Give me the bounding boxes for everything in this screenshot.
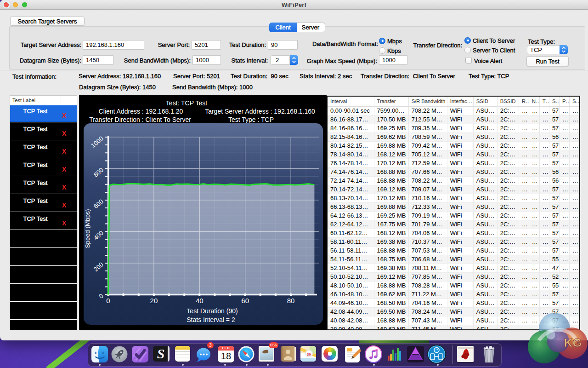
svg-text:Test Type : TCP: Test Type : TCP <box>228 116 274 123</box>
svg-text:KG: KG <box>564 336 582 350</box>
svg-text:Stats Interval = 2: Stats Interval = 2 <box>187 316 235 323</box>
svg-text:40: 40 <box>196 297 204 305</box>
svg-text:Test Duration (90): Test Duration (90) <box>187 307 237 315</box>
svg-text:S: S <box>157 346 165 361</box>
svg-text:Test: TCP Test: Test: TCP Test <box>166 99 207 107</box>
svg-text:80: 80 <box>287 297 295 305</box>
svg-text:Target Server Address : 192.16: Target Server Address : 192.168.1.160 <box>205 108 315 115</box>
svg-text:Transfer Direction : Client To: Transfer Direction : Client To Server <box>89 116 191 123</box>
svg-text:Client Address : 192.168.1.20: Client Address : 192.168.1.20 <box>99 108 183 115</box>
svg-text:3: 3 <box>209 343 212 348</box>
svg-text:Speed (Mbps): Speed (Mbps) <box>84 209 91 248</box>
svg-text:60: 60 <box>241 297 249 305</box>
svg-text:20: 20 <box>150 297 158 305</box>
svg-text:0: 0 <box>106 297 110 305</box>
